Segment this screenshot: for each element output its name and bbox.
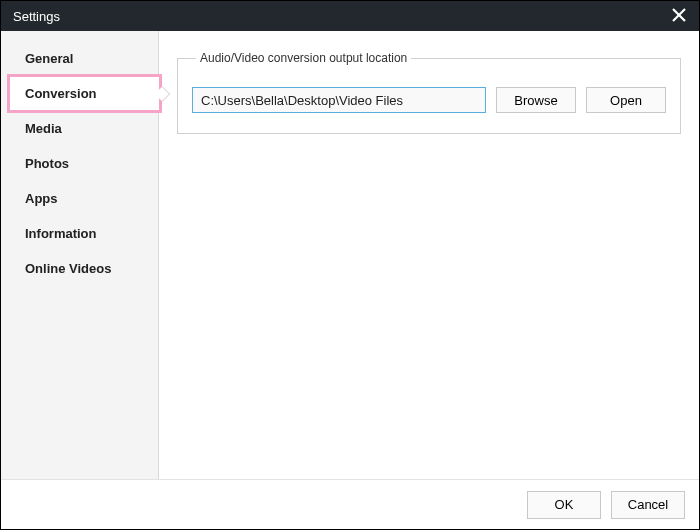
cancel-button[interactable]: Cancel [611, 491, 685, 519]
sidebar-item-apps[interactable]: Apps [1, 181, 158, 216]
sidebar-item-label: Media [25, 121, 62, 136]
output-location-group: Audio/Video conversion output location B… [177, 51, 681, 134]
ok-button[interactable]: OK [527, 491, 601, 519]
sidebar-item-general[interactable]: General [1, 41, 158, 76]
browse-button[interactable]: Browse [496, 87, 576, 113]
sidebar-item-media[interactable]: Media [1, 111, 158, 146]
dialog-footer: OK Cancel [1, 479, 699, 529]
output-location-row: Browse Open [192, 87, 666, 113]
sidebar-item-label: Conversion [25, 86, 97, 101]
close-icon [672, 8, 686, 25]
output-path-input[interactable] [192, 87, 486, 113]
titlebar: Settings [1, 1, 699, 31]
sidebar-item-label: Photos [25, 156, 69, 171]
open-button[interactable]: Open [586, 87, 666, 113]
sidebar-item-information[interactable]: Information [1, 216, 158, 251]
sidebar-item-label: Information [25, 226, 97, 241]
content-pane: Audio/Video conversion output location B… [159, 31, 699, 479]
sidebar-item-label: General [25, 51, 73, 66]
sidebar-item-online-videos[interactable]: Online Videos [1, 251, 158, 286]
close-button[interactable] [667, 4, 691, 28]
window-body: General Conversion Media Photos Apps Inf… [1, 31, 699, 479]
group-legend: Audio/Video conversion output location [196, 51, 411, 65]
window-title: Settings [13, 9, 60, 24]
sidebar: General Conversion Media Photos Apps Inf… [1, 31, 159, 479]
sidebar-item-conversion[interactable]: Conversion [1, 76, 158, 111]
sidebar-item-label: Online Videos [25, 261, 111, 276]
sidebar-item-label: Apps [25, 191, 58, 206]
sidebar-item-photos[interactable]: Photos [1, 146, 158, 181]
settings-window: Settings General Conversion Media Photos… [0, 0, 700, 530]
